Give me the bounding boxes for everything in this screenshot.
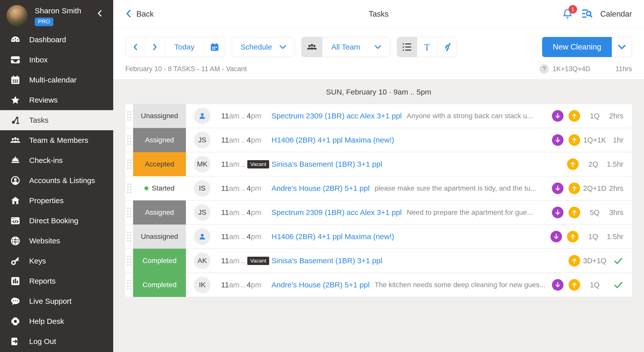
datepicker-button[interactable] xyxy=(204,37,225,57)
date-nav-group: Today xyxy=(125,37,225,57)
duration-label: 2hrs xyxy=(608,184,623,193)
sidebar-item-label: Properties xyxy=(29,196,64,205)
back-button[interactable]: Back xyxy=(125,9,154,19)
sidebar-item-direct-booking[interactable]: Direct Booking xyxy=(0,211,113,231)
task-row: Assigned JS 11am..4pm Spectrum 2309 (1BR… xyxy=(125,201,632,225)
task-title[interactable]: H1406 (2BR) 4+1 ppl Maxima (new!) xyxy=(271,232,394,241)
started-dot xyxy=(144,186,148,190)
status-badge: Assigned xyxy=(133,128,186,152)
unassigned-avatar-icon[interactable] xyxy=(194,228,211,245)
task-title[interactable]: Spectrum 2309 (1BR) acc Alex 3+1 ppl xyxy=(271,208,402,217)
app-root: Sharon Smith PRO Dashboard Inbox Multi-c… xyxy=(0,0,644,352)
new-cleaning-button[interactable]: New Cleaning xyxy=(542,37,612,57)
drag-handle[interactable] xyxy=(125,184,133,193)
sidebar-item-team-members[interactable]: Team & Members xyxy=(0,130,113,150)
drag-handle[interactable] xyxy=(125,111,133,121)
logout-icon xyxy=(10,336,21,347)
task-title[interactable]: Sinisa's Basement (1BR) 3+1 ppl xyxy=(271,256,382,265)
calendar-link[interactable]: Calendar xyxy=(600,10,632,19)
header-actions: 1 Calendar xyxy=(562,8,632,20)
quantity-label: 1Q xyxy=(583,112,607,120)
task-title[interactable]: Andre's House (2BR) 5+1 ppl xyxy=(271,281,370,289)
assignee-avatar[interactable]: MK xyxy=(194,156,211,172)
sidebar-item-help-desk[interactable]: Help Desk xyxy=(0,311,113,331)
status-badge: Started xyxy=(133,176,186,200)
sidebar-item-dashboard[interactable]: Dashboard xyxy=(0,30,113,50)
sidebar-item-label: Help Desk xyxy=(29,317,64,326)
status-label: Completed xyxy=(142,281,176,289)
task-title[interactable]: Sinisa's Basement (1BR) 3+1 ppl xyxy=(271,160,382,168)
sidebar-item-inbox[interactable]: Inbox xyxy=(0,50,113,70)
checkin-arrow-icon xyxy=(569,255,580,267)
drag-handle[interactable] xyxy=(125,208,133,217)
drag-handle[interactable] xyxy=(125,135,133,145)
task-time: 11am..Vacant xyxy=(221,160,271,168)
task-indicators: 1Q xyxy=(547,279,623,291)
unassigned-avatar-icon[interactable] xyxy=(194,108,211,124)
schedule-dropdown[interactable]: Schedule xyxy=(232,37,295,57)
bar-chart-icon xyxy=(10,275,21,287)
sidebar-item-keys[interactable]: Keys xyxy=(0,251,113,271)
sidebar-item-live-support[interactable]: Live Support xyxy=(0,291,113,311)
text-view-button[interactable]: T xyxy=(417,37,437,57)
assignee-avatar[interactable]: JS xyxy=(194,132,211,148)
sidebar-item-reports[interactable]: Reports xyxy=(0,271,113,291)
team-dropdown[interactable]: All Team xyxy=(301,37,390,57)
list-view-button[interactable] xyxy=(397,37,417,57)
drag-handle[interactable] xyxy=(125,280,133,290)
sidebar-item-tasks[interactable]: Tasks xyxy=(0,110,113,130)
task-title[interactable]: Andre's House (2BR) 5+1 ppl xyxy=(271,184,370,193)
vacant-tag: Vacant xyxy=(247,160,269,168)
globe-icon xyxy=(10,235,21,247)
task-title[interactable]: H1406 (2BR) 4+1 ppl Maxima (new!) xyxy=(271,136,394,144)
task-note: Need to prepare the apartment for gue... xyxy=(407,208,547,216)
notifications-button[interactable]: 1 xyxy=(562,8,574,20)
sidebar-item-log-out[interactable]: Log Out xyxy=(0,331,113,351)
help-icon[interactable]: ? xyxy=(539,64,549,74)
browser-code-icon xyxy=(10,215,21,227)
assignee-avatar[interactable]: AK xyxy=(194,252,211,269)
bell-icon xyxy=(562,17,573,21)
sidebar-item-check-ins[interactable]: Check-ins xyxy=(0,150,113,170)
sidebar-collapse-icon[interactable] xyxy=(96,9,104,18)
status-badge: Unassigned xyxy=(133,104,186,128)
sidebar-item-multi-calendar[interactable]: Multi-calendar xyxy=(0,70,113,90)
sidebar-item-properties[interactable]: Properties xyxy=(0,191,113,211)
profile-section: Sharon Smith PRO xyxy=(0,0,113,30)
drag-handle[interactable] xyxy=(125,256,133,266)
checkin-arrow-icon xyxy=(569,134,580,146)
task-title[interactable]: Spectrum 2309 (1BR) acc Alex 3+1 ppl xyxy=(271,112,402,120)
assignee-avatar[interactable]: JS xyxy=(194,204,211,221)
sidebar-item-label: Keys xyxy=(29,257,46,265)
prev-day-button[interactable] xyxy=(126,37,145,57)
sidebar-item-accounts-listings[interactable]: Accounts & Listings xyxy=(0,170,113,191)
task-indicators: 2Q+1D 2hrs xyxy=(547,183,623,194)
today-button[interactable]: Today xyxy=(165,37,204,57)
sidebar-item-label: Websites xyxy=(29,237,60,245)
drag-handle[interactable] xyxy=(125,232,133,241)
sidebar-item-reviews[interactable]: Reviews xyxy=(0,90,113,110)
sidebar-item-websites[interactable]: Websites xyxy=(0,231,113,251)
task-row: Accepted MK 11am..Vacant Sinisa's Baseme… xyxy=(125,152,632,177)
summary-line: February 10 - 8 TASKS - 11 AM - Vacant ?… xyxy=(113,57,644,79)
task-note: Anyone with a strong back can stack u... xyxy=(407,112,547,120)
drag-handle[interactable] xyxy=(125,159,133,169)
user-avatar[interactable] xyxy=(7,5,28,26)
status-badge: Unassigned xyxy=(133,225,186,249)
next-day-button[interactable] xyxy=(145,37,165,57)
sidebar-item-label: Reports xyxy=(29,277,56,285)
assignee-avatar[interactable]: IS xyxy=(194,180,211,197)
task-indicators: 1Q 1.5hr xyxy=(545,231,623,242)
tags-view-button[interactable] xyxy=(437,37,457,57)
sidebar-item-label: Direct Booking xyxy=(29,216,78,225)
multi-calendar-icon xyxy=(10,74,21,86)
duration-label: 3hrs xyxy=(608,208,623,217)
checkout-arrow-icon xyxy=(552,207,564,218)
sidebar-item-label: Multi-calendar xyxy=(29,76,76,84)
search-tasks-icon[interactable] xyxy=(581,8,593,20)
completed-check-icon xyxy=(608,280,623,290)
duration-label: 1.5hr xyxy=(607,160,623,168)
quantity-label: 1Q xyxy=(583,281,607,289)
new-cleaning-dropdown[interactable] xyxy=(612,37,632,57)
assignee-avatar[interactable]: IK xyxy=(194,277,211,293)
